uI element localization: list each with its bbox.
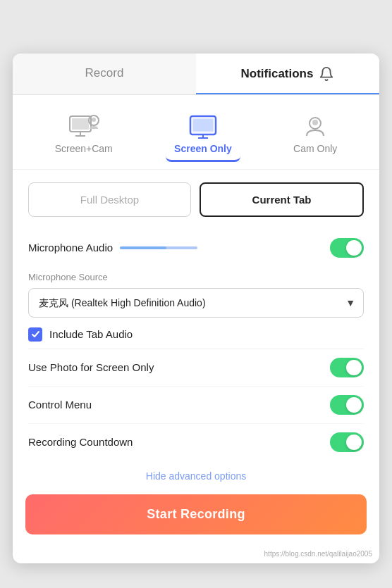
settings-section: Microphone Audio bbox=[13, 230, 379, 266]
mode-cam-only[interactable]: Cam Only bbox=[285, 111, 345, 162]
recording-countdown-row: Recording Countdown bbox=[28, 424, 364, 461]
include-tab-audio-checkbox[interactable] bbox=[28, 327, 42, 342]
microphone-audio-row: Microphone Audio bbox=[28, 230, 364, 266]
microphone-source-label: Microphone Source bbox=[28, 272, 364, 282]
recording-countdown-label: Recording Countdown bbox=[28, 436, 133, 448]
capture-buttons: Full Desktop Current Tab bbox=[13, 170, 379, 230]
svg-point-5 bbox=[92, 118, 96, 122]
microphone-source-section: Microphone Source 麦克风 (Realtek High Defi… bbox=[13, 266, 379, 320]
use-photo-toggle[interactable] bbox=[330, 358, 364, 377]
tab-notifications-content: Notifications bbox=[196, 66, 379, 82]
control-menu-row: Control Menu bbox=[28, 387, 364, 424]
hide-advanced-link[interactable]: Hide advanced options bbox=[13, 461, 379, 492]
tab-bar: Record Notifications bbox=[13, 54, 379, 95]
mode-cam-only-label: Cam Only bbox=[293, 143, 337, 154]
current-tab-button[interactable]: Current Tab bbox=[200, 182, 364, 217]
microphone-slider-track[interactable] bbox=[120, 246, 197, 249]
include-tab-audio-row: Include Tab Audio bbox=[13, 320, 379, 349]
footer-url: https://blog.csdn.net/qalilaijao2005 bbox=[13, 547, 379, 563]
cam-only-icon bbox=[300, 115, 331, 139]
control-menu-toggle[interactable] bbox=[330, 395, 364, 415]
tab-notifications-label: Notifications bbox=[241, 67, 314, 81]
mode-screen-only-label: Screen Only bbox=[174, 143, 232, 154]
svg-rect-1 bbox=[72, 118, 89, 130]
use-photo-label: Use Photo for Screen Only bbox=[28, 361, 154, 373]
recording-countdown-toggle[interactable] bbox=[330, 432, 364, 452]
tab-record[interactable]: Record bbox=[13, 54, 196, 94]
mode-screen-only[interactable]: Screen Only bbox=[166, 111, 240, 162]
screen-only-icon bbox=[188, 115, 219, 139]
microphone-slider-fill bbox=[120, 246, 166, 249]
main-panel: Record Notifications bbox=[13, 54, 379, 563]
bell-icon bbox=[319, 66, 334, 82]
microphone-source-wrapper: 麦克风 (Realtek High Definition Audio) ▼ bbox=[28, 288, 364, 318]
tab-notifications[interactable]: Notifications bbox=[196, 54, 379, 94]
mode-selector: Screen+Cam Screen Only bbox=[13, 95, 379, 170]
mode-screen-cam-label: Screen+Cam bbox=[55, 143, 113, 154]
svg-rect-8 bbox=[193, 119, 213, 131]
tab-record-label: Record bbox=[85, 66, 124, 80]
microphone-source-select[interactable]: 麦克风 (Realtek High Definition Audio) bbox=[28, 288, 364, 318]
checkmark-icon bbox=[31, 330, 40, 339]
control-menu-label: Control Menu bbox=[28, 399, 92, 411]
use-photo-row: Use Photo for Screen Only bbox=[28, 349, 364, 387]
mode-screen-cam[interactable]: Screen+Cam bbox=[47, 111, 121, 162]
microphone-toggle[interactable] bbox=[330, 238, 364, 258]
include-tab-audio-label: Include Tab Audio bbox=[49, 328, 133, 340]
screen-cam-icon bbox=[68, 115, 99, 139]
microphone-slider-container bbox=[120, 246, 330, 249]
microphone-audio-left: Microphone Audio bbox=[28, 242, 330, 254]
start-recording-button[interactable]: Start Recording bbox=[25, 494, 367, 534]
microphone-audio-label: Microphone Audio bbox=[28, 242, 113, 254]
full-desktop-button[interactable]: Full Desktop bbox=[28, 182, 191, 217]
svg-point-12 bbox=[312, 120, 318, 125]
extra-settings-section: Use Photo for Screen Only Control Menu R… bbox=[13, 349, 379, 461]
